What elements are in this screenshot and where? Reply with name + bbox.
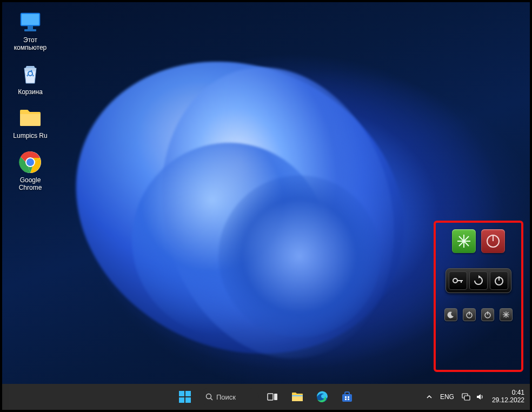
taskbar-right: ENG 0:41 29.12.2022 xyxy=(426,389,524,404)
desktop-wallpaper xyxy=(2,2,530,384)
gadget-logoff-button[interactable] xyxy=(452,229,476,253)
restart-icon xyxy=(473,275,484,286)
monitor-icon xyxy=(18,10,43,35)
gadget-mini-logoff[interactable] xyxy=(500,308,513,321)
chrome-icon xyxy=(18,150,43,175)
network-icon xyxy=(462,393,470,401)
power-icon xyxy=(466,311,473,318)
key-icon xyxy=(452,276,464,285)
moon-icon xyxy=(447,311,455,318)
gadget-mini-sleep[interactable] xyxy=(444,308,457,321)
taskbar: Поиск xyxy=(2,384,530,410)
svg-rect-3 xyxy=(24,29,36,31)
time-text: 0:41 xyxy=(512,389,524,397)
recycle-bin-icon xyxy=(18,62,43,87)
burst-icon xyxy=(502,311,510,318)
gadget-mini-power[interactable] xyxy=(463,308,476,321)
search-label: Поиск xyxy=(216,393,236,401)
power-icon xyxy=(494,275,504,286)
svg-rect-32 xyxy=(268,394,273,400)
search-icon xyxy=(205,393,213,401)
task-view-button[interactable] xyxy=(262,386,283,408)
system-tray[interactable] xyxy=(462,393,484,401)
desktop-icon-label: Корзина xyxy=(18,89,43,96)
taskbar-search[interactable]: Поиск xyxy=(199,388,258,406)
gadget-restart-button[interactable] xyxy=(469,271,488,290)
svg-point-30 xyxy=(207,394,211,399)
desktop-icon-label: Этот компьютер xyxy=(14,37,47,52)
desktop-icons: Этот компьютер Корзина Lumpics Ru xyxy=(10,10,51,192)
svg-rect-40 xyxy=(345,398,347,400)
gadget-mini-standby[interactable] xyxy=(481,308,494,321)
windows-icon xyxy=(179,391,191,403)
svg-rect-2 xyxy=(28,26,33,29)
desktop-icon-folder[interactable]: Lumpics Ru xyxy=(10,105,51,140)
svg-rect-28 xyxy=(179,397,184,403)
bloom-shape xyxy=(218,175,381,337)
gadget-row-1 xyxy=(452,229,505,253)
svg-rect-26 xyxy=(179,391,184,396)
svg-point-13 xyxy=(453,278,457,283)
gadget-row-2 xyxy=(445,268,511,293)
clock[interactable]: 0:41 29.12.2022 xyxy=(492,389,524,404)
svg-rect-38 xyxy=(345,396,347,398)
svg-rect-39 xyxy=(348,396,349,398)
edge-icon xyxy=(316,390,329,403)
gadget-row-3 xyxy=(444,308,513,321)
gadget-lock-button[interactable] xyxy=(449,271,467,290)
task-view-icon xyxy=(267,391,278,403)
svg-rect-35 xyxy=(292,395,303,396)
date-text: 29.12.2022 xyxy=(492,397,524,404)
file-explorer-button[interactable] xyxy=(287,386,308,408)
svg-rect-41 xyxy=(348,398,349,400)
folder-icon xyxy=(291,390,304,403)
svg-line-31 xyxy=(211,398,213,401)
desktop-icon-label: Google Chrome xyxy=(19,177,42,192)
store-button[interactable] xyxy=(336,386,358,408)
svg-rect-43 xyxy=(464,396,470,400)
chevron-up-icon xyxy=(426,394,433,400)
taskbar-center: Поиск xyxy=(174,386,358,408)
power-clock-icon xyxy=(486,234,501,249)
svg-point-6 xyxy=(26,158,34,166)
desktop-icon-label: Lumpics Ru xyxy=(13,132,47,140)
edge-button[interactable] xyxy=(311,386,333,408)
store-icon xyxy=(341,390,354,403)
gadgets-panel xyxy=(439,229,518,321)
desktop-icon-chrome[interactable]: Google Chrome xyxy=(10,150,51,192)
svg-rect-33 xyxy=(274,394,277,400)
volume-icon xyxy=(476,393,484,401)
svg-rect-37 xyxy=(342,394,352,402)
folder-icon xyxy=(18,105,43,130)
desktop-icon-this-pc[interactable]: Этот компьютер xyxy=(10,10,51,52)
language-indicator[interactable]: ENG xyxy=(440,393,454,401)
tray-overflow-button[interactable] xyxy=(426,394,433,400)
svg-rect-29 xyxy=(185,397,191,403)
power-icon xyxy=(484,311,491,318)
svg-rect-27 xyxy=(185,391,191,396)
gadget-shutdown-button[interactable] xyxy=(481,229,505,253)
burst-icon xyxy=(456,234,471,249)
desktop-icon-recycle-bin[interactable]: Корзина xyxy=(10,62,51,96)
gadget-power-button[interactable] xyxy=(490,271,508,290)
start-button[interactable] xyxy=(174,386,196,408)
svg-rect-1 xyxy=(22,14,39,25)
